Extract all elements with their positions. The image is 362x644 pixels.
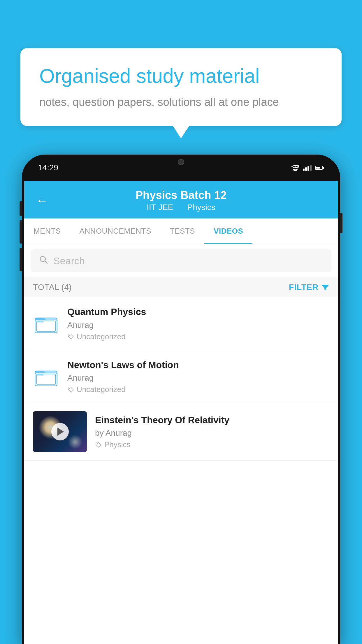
search-placeholder: Search bbox=[53, 255, 85, 267]
filter-label: FILTER bbox=[289, 283, 319, 292]
total-count: TOTAL (4) bbox=[33, 283, 72, 292]
search-bar[interactable]: Search bbox=[31, 249, 331, 272]
video-info-3: Einstein's Theory Of Relativity by Anura… bbox=[95, 414, 329, 449]
filter-icon bbox=[321, 284, 329, 290]
search-container: Search bbox=[24, 244, 338, 277]
folder-icon-2 bbox=[33, 365, 59, 388]
tabs-bar: MENTS ANNOUNCEMENTS TESTS VIDEOS bbox=[24, 218, 338, 244]
play-triangle-icon bbox=[57, 428, 64, 436]
search-icon bbox=[39, 255, 48, 267]
subtext: notes, question papers, solutions all at… bbox=[39, 94, 323, 110]
app-subtitle: IIT JEE Physics bbox=[57, 203, 305, 212]
video-tag-2: Uncategorized bbox=[67, 385, 329, 394]
back-button[interactable]: ← bbox=[36, 194, 48, 208]
volume-down-button bbox=[20, 248, 22, 271]
video-tag-3: Physics bbox=[95, 440, 329, 449]
filter-button[interactable]: FILTER bbox=[289, 283, 329, 292]
subtitle-part2: Physics bbox=[187, 203, 215, 212]
tag-text-1: Uncategorized bbox=[77, 332, 126, 341]
svg-rect-6 bbox=[37, 321, 56, 332]
status-icons bbox=[291, 164, 324, 171]
side-button-top bbox=[20, 201, 22, 216]
video-author-1: Anurag bbox=[67, 321, 329, 330]
video-tag-1: Uncategorized bbox=[67, 332, 329, 341]
svg-point-11 bbox=[69, 388, 70, 389]
tag-text-3: Physics bbox=[104, 440, 131, 449]
speech-bubble: Organised study material notes, question… bbox=[20, 48, 342, 126]
list-item[interactable]: Newton's Laws of Motion Anurag Uncategor… bbox=[24, 350, 338, 403]
volume-up-button bbox=[20, 220, 22, 244]
camera bbox=[178, 159, 184, 165]
wifi-icon bbox=[291, 164, 299, 171]
tab-tests[interactable]: TESTS bbox=[161, 218, 204, 244]
tab-videos[interactable]: VIDEOS bbox=[204, 218, 252, 244]
tag-icon-1 bbox=[67, 333, 74, 340]
video-title-1: Quantum Physics bbox=[67, 306, 329, 318]
svg-rect-10 bbox=[37, 374, 56, 385]
video-author-3: by Anurag bbox=[95, 428, 329, 438]
subtitle-part1: IIT JEE bbox=[147, 203, 173, 212]
filter-row: TOTAL (4) FILTER bbox=[24, 277, 338, 297]
status-bar: 14:29 bbox=[22, 155, 340, 181]
signal-icon bbox=[303, 165, 312, 171]
notch bbox=[162, 155, 200, 170]
list-item[interactable]: Quantum Physics Anurag Uncategorized bbox=[24, 297, 338, 350]
power-button bbox=[340, 213, 342, 233]
headline: Organised study material bbox=[39, 64, 323, 88]
tag-icon-2 bbox=[67, 386, 74, 393]
tag-icon-3 bbox=[95, 441, 102, 448]
tab-announcements[interactable]: ANNOUNCEMENTS bbox=[70, 218, 161, 244]
folder-icon-1 bbox=[33, 312, 59, 335]
play-button-3[interactable] bbox=[51, 423, 69, 440]
speech-bubble-section: Organised study material notes, question… bbox=[20, 48, 342, 126]
video-thumbnail-3 bbox=[33, 411, 87, 452]
video-info-1: Quantum Physics Anurag Uncategorized bbox=[67, 306, 329, 341]
video-info-2: Newton's Laws of Motion Anurag Uncategor… bbox=[67, 359, 329, 394]
svg-point-7 bbox=[69, 335, 70, 336]
list-item[interactable]: Einstein's Theory Of Relativity by Anura… bbox=[24, 403, 338, 461]
app-title: Physics Batch 12 bbox=[57, 189, 305, 202]
status-time: 14:29 bbox=[38, 163, 58, 172]
header-title-group: Physics Batch 12 IIT JEE Physics bbox=[57, 189, 305, 212]
svg-marker-3 bbox=[321, 285, 329, 290]
video-author-2: Anurag bbox=[67, 373, 329, 383]
video-title-3: Einstein's Theory Of Relativity bbox=[95, 414, 329, 426]
tab-ments[interactable]: MENTS bbox=[24, 218, 70, 244]
battery-icon bbox=[315, 166, 324, 170]
tag-text-2: Uncategorized bbox=[77, 385, 126, 394]
svg-line-2 bbox=[45, 261, 47, 263]
phone-frame: 14:29 bbox=[22, 155, 340, 644]
svg-point-12 bbox=[97, 443, 98, 444]
app-header: ← Physics Batch 12 IIT JEE Physics bbox=[24, 181, 338, 218]
phone-screen: ← Physics Batch 12 IIT JEE Physics MENTS… bbox=[24, 181, 338, 644]
video-title-2: Newton's Laws of Motion bbox=[67, 359, 329, 371]
